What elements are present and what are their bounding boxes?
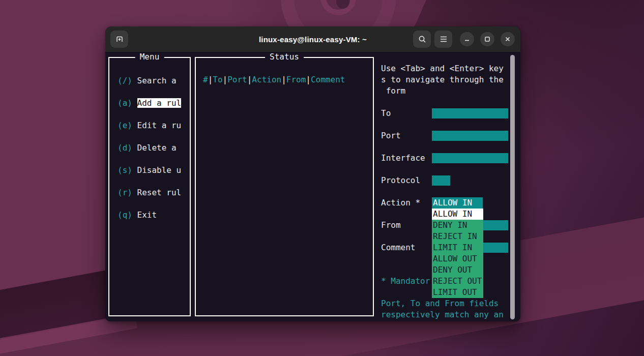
menu-item-label: Edit a ru — [137, 121, 182, 130]
port-input[interactable] — [432, 131, 508, 141]
minimize-icon — [464, 36, 470, 42]
menu-item-key: (d) — [118, 143, 132, 153]
terminal-content: Menu (/) Search a(a) Add a rul(e) Edit a… — [105, 52, 520, 321]
maximize-icon — [484, 36, 490, 42]
form-footer-line: respectively match any an — [381, 309, 504, 320]
menu-item-reset-rul[interactable]: (r) Reset rul — [118, 187, 181, 198]
maximize-button[interactable] — [480, 32, 494, 46]
menu-item-key: (q) — [118, 210, 132, 220]
status-panel-title: Status — [265, 52, 304, 63]
column-separator: | — [281, 75, 286, 84]
action-select[interactable]: ALLOW IN — [432, 197, 483, 209]
status-panel: Status #|To|Port|Action|From|Comment — [195, 57, 374, 316]
wallpaper-circle-core — [336, 0, 349, 9]
new-tab-icon — [114, 34, 125, 44]
column-separator: | — [208, 75, 213, 84]
menu-item-key: (a) — [118, 98, 132, 108]
action-option-allow-in[interactable]: ALLOW IN — [432, 209, 483, 220]
menu-item-edit-a-ru[interactable]: (e) Edit a ru — [118, 120, 181, 131]
status-column-comment: Comment — [311, 75, 345, 84]
close-button[interactable] — [501, 32, 515, 46]
menu-item-key: (r) — [118, 188, 132, 197]
titlebar: linux-easy@linux-easy-VM: ~ — [105, 26, 520, 52]
menu-item-exit[interactable]: (q) Exit — [118, 210, 157, 221]
status-column-port: Port — [227, 75, 247, 84]
column-separator: | — [247, 75, 252, 84]
terminal-scrollbar[interactable] — [510, 55, 515, 319]
menu-item-key: (s) — [118, 165, 132, 175]
action-option-limit-out[interactable]: LIMIT OUT — [432, 287, 483, 298]
from-label: From — [381, 220, 401, 231]
menu-item-label: Search a — [137, 76, 177, 85]
form-hint-line: s to navigate through the — [381, 74, 504, 85]
form-hint-line: form — [381, 85, 405, 97]
menu-item-add-a-rul[interactable]: (a) Add a rul — [118, 98, 181, 109]
menu-panel-title: Menu — [135, 52, 164, 63]
menu-item-key: (e) — [118, 121, 132, 130]
menu-item-label: Reset rul — [137, 188, 182, 197]
action-option-reject-in[interactable]: REJECT IN — [432, 231, 483, 242]
window-title: linux-easy@linux-easy-VM: ~ — [105, 35, 520, 44]
desktop: { "window": { "title": "linux-easy@linux… — [0, 0, 644, 356]
protocol-input[interactable] — [432, 175, 450, 186]
status-table-header: #|To|Port|Action|From|Comment — [203, 74, 345, 85]
hamburger-icon — [440, 36, 448, 43]
rule-form: Use <Tab> and <Enter> key s to navigate … — [381, 52, 514, 321]
search-icon — [418, 35, 427, 44]
action-label: Action * — [381, 197, 420, 209]
menu-panel: Menu (/) Search a(a) Add a rul(e) Edit a… — [108, 57, 191, 316]
minimize-button[interactable] — [460, 32, 474, 46]
interface-label: Interface — [381, 153, 425, 164]
column-separator: | — [223, 75, 228, 84]
port-label: Port — [381, 130, 401, 141]
form-footer-line: Port, To and From fields — [381, 298, 499, 309]
form-hint-line: Use <Tab> and <Enter> key — [381, 63, 504, 74]
status-column-from: From — [286, 75, 306, 84]
interface-input[interactable] — [432, 153, 508, 163]
new-tab-button[interactable] — [110, 31, 128, 48]
menu-item-label: Add a rul — [137, 98, 182, 108]
status-column-to: To — [213, 75, 222, 84]
mandatory-note: * Mandator — [381, 276, 430, 287]
comment-label: Comment — [381, 242, 415, 253]
search-button[interactable] — [413, 31, 431, 48]
menu-item-disable-u[interactable]: (s) Disable u — [118, 165, 181, 176]
action-option-deny-out[interactable]: DENY OUT — [432, 264, 483, 276]
status-column-num: # — [203, 75, 208, 84]
to-input[interactable] — [432, 108, 508, 118]
menu-item-search-a[interactable]: (/) Search a — [118, 75, 177, 86]
menu-item-label: Delete a — [137, 143, 177, 153]
hamburger-menu-button[interactable] — [434, 31, 452, 48]
action-option-limit-in[interactable]: LIMIT IN — [432, 242, 483, 253]
action-option-reject-out[interactable]: REJECT OUT — [432, 276, 483, 287]
to-label: To — [381, 108, 391, 119]
action-dropdown: ALLOW INDENY INREJECT INLIMIT INALLOW OU… — [432, 209, 483, 298]
action-option-allow-out[interactable]: ALLOW OUT — [432, 253, 483, 264]
menu-item-delete-a[interactable]: (d) Delete a — [118, 142, 177, 154]
status-column-action: Action — [252, 75, 281, 84]
terminal-window: linux-easy@linux-easy-VM: ~ — [105, 26, 520, 321]
action-option-deny-in[interactable]: DENY IN — [432, 220, 483, 231]
close-icon — [505, 36, 511, 42]
wallpaper-circle-inner — [320, 0, 356, 15]
column-separator: | — [306, 75, 311, 84]
menu-item-label: Disable u — [137, 165, 182, 175]
menu-item-key: (/) — [118, 76, 132, 85]
menu-item-label: Exit — [137, 210, 157, 220]
protocol-label: Protocol — [381, 175, 420, 186]
